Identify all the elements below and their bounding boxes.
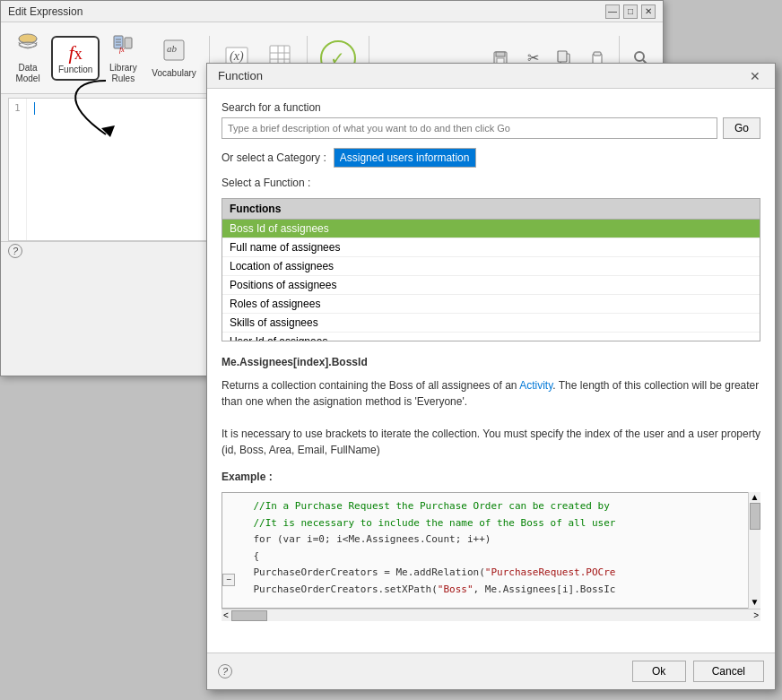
edit-expression-title: Edit Expression	[8, 5, 83, 18]
svg-rect-3	[125, 38, 132, 48]
category-select[interactable]: Assigned users information	[334, 148, 476, 168]
svg-text:fx: fx	[119, 46, 125, 54]
function-dialog: Function ✕ Search for a function Go Or s…	[206, 63, 776, 690]
scroll-up-btn[interactable]: ▲	[749, 492, 760, 502]
functions-table: Functions Boss Id of assignees Full name…	[222, 198, 760, 341]
search-section: Search for a function Go	[222, 101, 760, 139]
search-row: Go	[222, 117, 760, 139]
cancel-button[interactable]: Cancel	[693, 661, 764, 682]
svg-text:ab: ab	[167, 43, 178, 54]
data-model-label: DataModel	[15, 63, 39, 84]
description-part1: Returns a collection containing the Boss…	[222, 377, 760, 410]
minimize-button[interactable]: —	[605, 4, 620, 19]
close-button[interactable]: ✕	[641, 4, 656, 19]
code-pre: //In a Purchase Request the Purchase Ord…	[230, 498, 752, 598]
toolbar-vocabulary[interactable]: ab Vocabulary	[146, 34, 201, 82]
ok-button[interactable]: Ok	[632, 661, 686, 682]
category-select-wrapper: Assigned users information	[334, 148, 760, 168]
svg-rect-18	[496, 52, 505, 56]
dialog-footer: ? Ok Cancel	[207, 652, 775, 689]
horizontal-scrollbar[interactable]: < >	[222, 609, 760, 621]
function-item-full-name[interactable]: Full name of assignees	[222, 238, 760, 257]
function-item-roles[interactable]: Roles of assignees	[222, 295, 760, 314]
function-signature: Me.Assignees[index].BossId	[222, 356, 760, 368]
cursor	[34, 102, 35, 115]
vertical-scrollbar-thumb[interactable]	[750, 503, 760, 530]
toolbar-data-model[interactable]: DataModel	[8, 29, 48, 88]
select-function-label: Select a Function :	[222, 177, 760, 189]
footer-right: Ok Cancel	[632, 661, 764, 682]
category-label: Or select a Category :	[222, 151, 326, 164]
go-button[interactable]: Go	[723, 117, 760, 139]
footer-left: ?	[218, 664, 232, 678]
code-example-wrapper: − //In a Purchase Request the Purchase O…	[222, 492, 760, 621]
vocabulary-icon: ab	[161, 38, 187, 66]
vertical-scrollbar[interactable]: ▲ ▼	[748, 492, 760, 609]
library-rules-icon: fx	[110, 32, 135, 61]
function-item-user-id[interactable]: User Id of assignees	[222, 333, 760, 341]
functions-header: Functions	[222, 199, 760, 220]
function-item-boss-id[interactable]: Boss Id of assignees	[222, 220, 760, 238]
function-label: Function	[58, 65, 92, 75]
dialog-title: Function	[218, 69, 263, 82]
footer-help-icon[interactable]: ?	[218, 664, 232, 678]
vocabulary-label: Vocabulary	[152, 68, 196, 79]
function-icon: fx	[69, 41, 83, 63]
help-icon[interactable]: ?	[8, 244, 22, 258]
search-label: Search for a function	[222, 101, 760, 114]
svg-rect-23	[594, 52, 601, 56]
scroll-down-btn[interactable]: ▼	[749, 597, 760, 607]
titlebar-controls: — □ ✕	[605, 4, 656, 19]
function-item-location[interactable]: Location of assignees	[222, 257, 760, 276]
toolbar-library-rules[interactable]: fx LibraryRules	[103, 29, 143, 88]
code-example: − //In a Purchase Request the Purchase O…	[222, 492, 760, 609]
category-row: Or select a Category : Assigned users in…	[222, 148, 760, 168]
horizontal-scrollbar-thumb[interactable]	[231, 610, 267, 621]
function-item-skills[interactable]: Skills of assignees	[222, 314, 760, 333]
dialog-close-button[interactable]: ✕	[746, 67, 764, 85]
function-description: Returns a collection containing the Boss…	[222, 377, 760, 458]
scroll-left-btn[interactable]: <	[222, 610, 230, 620]
line-numbers: 1	[9, 99, 27, 240]
example-label: Example :	[222, 471, 760, 483]
svg-point-24	[635, 52, 644, 61]
dialog-titlebar: Function ✕	[207, 64, 775, 89]
library-rules-label: LibraryRules	[109, 63, 137, 84]
toolbar-function[interactable]: fx Function	[51, 36, 100, 81]
svg-rect-21	[558, 51, 567, 62]
scroll-right-btn[interactable]: >	[752, 610, 760, 620]
svg-text:(x): (x)	[230, 49, 244, 64]
data-model-icon	[15, 32, 40, 61]
dialog-body: Search for a function Go Or select a Cat…	[207, 89, 775, 678]
edit-expression-titlebar: Edit Expression — □ ✕	[1, 1, 663, 22]
search-input[interactable]	[222, 117, 717, 139]
expand-button[interactable]: −	[222, 574, 235, 586]
maximize-button[interactable]: □	[623, 4, 638, 19]
function-item-positions[interactable]: Positions of assignees	[222, 276, 760, 295]
description-part2: It is necessary to use brackets to itera…	[222, 426, 760, 458]
